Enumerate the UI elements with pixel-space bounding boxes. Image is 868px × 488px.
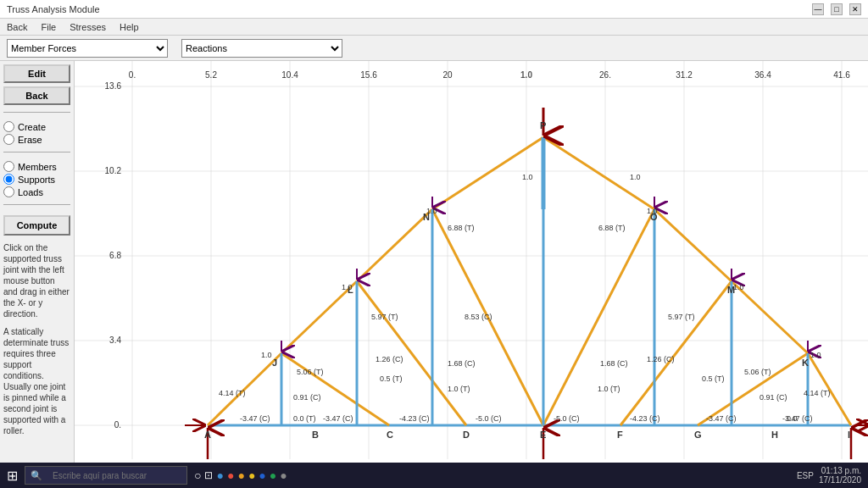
svg-text:0.: 0. <box>129 70 136 80</box>
loads-radio[interactable]: Loads <box>3 186 70 197</box>
svg-text:B: B <box>312 430 319 440</box>
divider1 <box>3 112 70 113</box>
svg-text:5.97 (T): 5.97 (T) <box>371 313 398 321</box>
svg-text:-3.47 (C): -3.47 (C) <box>323 414 353 423</box>
svg-text:1.0: 1.0 <box>261 351 272 359</box>
excel-icon[interactable]: ● <box>270 469 276 482</box>
info-text-1: Click on the supported truss joint with … <box>3 242 70 319</box>
svg-text:6.8: 6.8 <box>109 251 121 260</box>
main-layout: Edit Back Create Erase Members Suppor <box>0 61 868 488</box>
member-forces-dropdown[interactable]: Member Forces <box>7 39 168 58</box>
cortana-icon[interactable]: ○ <box>194 469 201 482</box>
svg-text:1.26 (C): 1.26 (C) <box>647 355 675 363</box>
svg-text:10.4: 10.4 <box>281 70 298 80</box>
compute-button[interactable]: Compute <box>3 215 70 236</box>
app-title: Truss Analysis Module <box>7 4 100 14</box>
svg-text:J: J <box>272 358 277 368</box>
erase-radio[interactable]: Erase <box>3 134 70 145</box>
svg-text:5.06 (T): 5.06 (T) <box>744 368 771 376</box>
svg-text:3.4: 3.4 <box>109 336 121 345</box>
svg-text:-4.23 (C): -4.23 (C) <box>630 414 660 423</box>
svg-text:8.53 (C): 8.53 (C) <box>465 313 492 321</box>
svg-text:C: C <box>387 430 393 440</box>
svg-text:10.2: 10.2 <box>105 166 122 175</box>
back-button[interactable]: Back <box>3 86 70 105</box>
word-icon[interactable]: ● <box>259 469 265 482</box>
svg-text:5.06 (T): 5.06 (T) <box>297 368 324 376</box>
canvas-area[interactable]: 0. 5.2 10.4 15.6 20 1.0 26. 31.2 36.4 41… <box>75 61 868 488</box>
svg-text:1.0: 1.0 <box>522 173 533 181</box>
svg-text:0.: 0. <box>114 420 121 430</box>
svg-text:1.0: 1.0 <box>647 207 658 215</box>
svg-text:0.5 (T): 0.5 (T) <box>702 374 725 383</box>
window-controls: — □ ✕ <box>812 3 861 15</box>
taskbar-lang: ESP <box>797 471 814 480</box>
menu-back[interactable]: Back <box>7 22 27 32</box>
svg-text:1.26 (C): 1.26 (C) <box>376 355 403 363</box>
svg-text:13.6: 13.6 <box>105 81 122 91</box>
svg-text:36.4: 36.4 <box>754 70 771 80</box>
store-icon[interactable]: ● <box>227 469 234 482</box>
task-view-icon[interactable]: ⊡ <box>204 469 213 481</box>
edit-button[interactable]: Edit <box>3 64 70 83</box>
svg-text:0.5 (T): 0.5 (T) <box>380 374 403 383</box>
search-icon: 🔍 <box>31 470 42 481</box>
menu-stresses[interactable]: Stresses <box>70 22 106 32</box>
mode-radio-group: Create Erase <box>3 121 70 145</box>
svg-text:K: K <box>802 358 809 368</box>
divider3 <box>3 204 70 205</box>
svg-rect-0 <box>75 61 868 488</box>
taskbar-right: ESP 01:13 p.m. 17/11/2020 <box>797 466 861 485</box>
svg-text:5.97 (T): 5.97 (T) <box>668 313 695 321</box>
svg-text:6.88 (T): 6.88 (T) <box>448 224 475 232</box>
truss-svg: 0. 5.2 10.4 15.6 20 1.0 26. 31.2 36.4 41… <box>75 61 868 488</box>
svg-text:0.91 (C): 0.91 (C) <box>293 393 321 402</box>
mail-icon[interactable]: ● <box>237 469 244 482</box>
windows-icon[interactable]: ⊞ <box>7 468 18 484</box>
svg-text:-3.47 (C): -3.47 (C) <box>240 414 270 423</box>
svg-text:1.0 (T): 1.0 (T) <box>598 385 620 393</box>
menu-help[interactable]: Help <box>120 22 139 32</box>
svg-text:-3.47 (C): -3.47 (C) <box>706 414 737 423</box>
menu-file[interactable]: File <box>41 22 56 32</box>
svg-text:1.68 (C): 1.68 (C) <box>448 359 476 368</box>
svg-text:4.14 (T): 4.14 (T) <box>219 389 246 397</box>
app-icon[interactable]: ● <box>280 469 287 482</box>
svg-text:1.0: 1.0 <box>520 70 532 80</box>
taskbar-icons: ○ ⊡ ● ● ● ● ● ● ● <box>194 469 287 482</box>
svg-text:1.0: 1.0 <box>630 173 641 181</box>
close-button[interactable]: ✕ <box>849 3 861 15</box>
svg-text:5.2: 5.2 <box>205 70 217 80</box>
svg-text:41.6: 41.6 <box>833 70 850 80</box>
reactions-dropdown[interactable]: Reactions <box>181 39 342 58</box>
svg-text:-5.0 (C): -5.0 (C) <box>554 414 580 423</box>
members-radio[interactable]: Members <box>3 161 70 172</box>
svg-text:1.68 (C): 1.68 (C) <box>600 359 628 368</box>
svg-text:D: D <box>463 430 470 440</box>
svg-text:E: E <box>540 430 546 440</box>
svg-text:4.14 (T): 4.14 (T) <box>804 389 831 397</box>
minimize-button[interactable]: — <box>812 3 824 15</box>
menu-bar: Back File Stresses Help <box>0 19 868 36</box>
svg-text:A: A <box>204 430 211 440</box>
type-radio-group: Members Supports Loads <box>3 161 70 197</box>
svg-text:0.0: 0.0 <box>787 414 798 423</box>
supports-radio[interactable]: Supports <box>3 174 70 185</box>
info-text-2: A statically determinate truss requires … <box>3 326 70 436</box>
divider2 <box>3 152 70 152</box>
maximize-button[interactable]: □ <box>831 3 843 15</box>
toolbar: Member Forces Reactions <box>0 36 868 61</box>
file-icon[interactable]: ● <box>248 469 255 482</box>
svg-text:0.91 (C): 0.91 (C) <box>760 393 787 402</box>
svg-text:1.0: 1.0 <box>733 283 744 291</box>
sidebar: Edit Back Create Erase Members Suppor <box>0 61 75 488</box>
taskbar: ⊞ 🔍 ○ ⊡ ● ● ● ● ● ● ● ESP 01:13 p.m. 17/… <box>0 463 868 488</box>
edge-icon[interactable]: ● <box>216 469 223 482</box>
svg-text:I: I <box>848 430 850 440</box>
svg-text:P: P <box>540 120 546 130</box>
taskbar-search-input[interactable] <box>46 466 181 485</box>
create-radio[interactable]: Create <box>3 121 70 132</box>
svg-text:H: H <box>771 430 778 440</box>
title-bar: Truss Analysis Module — □ ✕ <box>0 0 868 19</box>
svg-text:F: F <box>617 430 623 440</box>
